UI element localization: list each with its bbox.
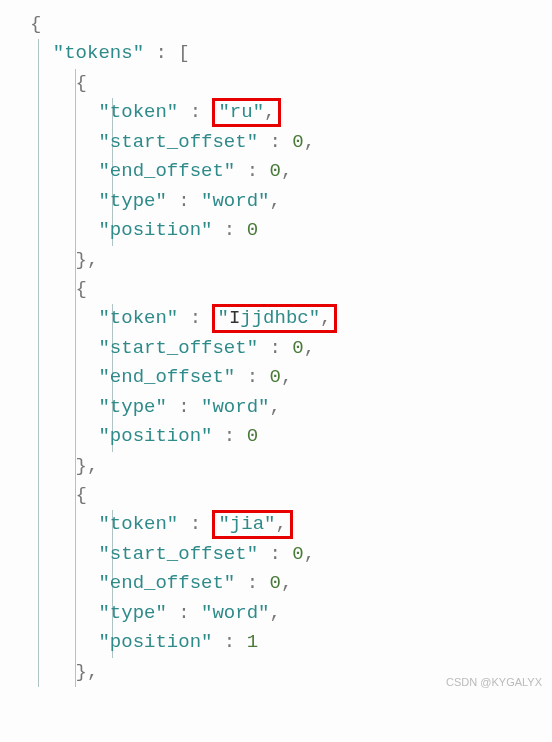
code-line: "start_offset" : 0, xyxy=(30,334,542,363)
json-number: 1 xyxy=(247,631,258,653)
code-line: "token" : "ru", xyxy=(30,98,542,127)
json-key: "position" xyxy=(98,631,212,653)
code-line: }, xyxy=(30,246,542,275)
json-string: "word" xyxy=(201,396,269,418)
json-key: "tokens" xyxy=(53,42,144,64)
json-key: "end_offset" xyxy=(98,160,235,182)
code-line: "position" : 1 xyxy=(30,628,542,657)
brace-open: { xyxy=(76,484,87,506)
code-line: "type" : "word", xyxy=(30,599,542,628)
json-key: "token" xyxy=(98,513,178,535)
json-key: "token" xyxy=(98,307,178,329)
brace-close: }, xyxy=(76,455,99,477)
json-number: 0 xyxy=(269,160,280,182)
json-number: 0 xyxy=(292,337,303,359)
code-line: "end_offset" : 0, xyxy=(30,157,542,186)
json-key: "start_offset" xyxy=(98,337,258,359)
bracket-open: [ xyxy=(178,42,189,64)
brace-open: { xyxy=(30,13,41,35)
token-value: "jia" xyxy=(218,513,275,535)
token-value: "Ijjdhbc" xyxy=(217,307,320,329)
json-string: "word" xyxy=(201,602,269,624)
json-key: "start_offset" xyxy=(98,543,258,565)
code-line: "type" : "word", xyxy=(30,187,542,216)
code-line: "position" : 0 xyxy=(30,216,542,245)
json-key: "end_offset" xyxy=(98,366,235,388)
code-line: { xyxy=(30,275,542,304)
token-value: "ru" xyxy=(218,101,264,123)
text-cursor: I xyxy=(229,307,240,329)
json-key: "position" xyxy=(98,219,212,241)
json-number: 0 xyxy=(292,131,303,153)
json-number: 0 xyxy=(247,219,258,241)
json-key: "type" xyxy=(98,602,166,624)
code-line: "position" : 0 xyxy=(30,422,542,451)
json-key: "type" xyxy=(98,190,166,212)
code-line: "token" : "Ijjdhbc", xyxy=(30,304,542,333)
json-number: 0 xyxy=(292,543,303,565)
code-line: "tokens" : [ xyxy=(30,39,542,68)
json-key: "start_offset" xyxy=(98,131,258,153)
code-line: "token" : "jia", xyxy=(30,510,542,539)
code-line: { xyxy=(30,10,542,39)
json-number: 0 xyxy=(269,366,280,388)
code-line: "type" : "word", xyxy=(30,393,542,422)
highlight-box: "Ijjdhbc", xyxy=(212,304,336,333)
json-key: "position" xyxy=(98,425,212,447)
brace-close: }, xyxy=(76,661,99,683)
json-number: 0 xyxy=(247,425,258,447)
brace-open: { xyxy=(76,72,87,94)
code-line: { xyxy=(30,481,542,510)
json-key: "token" xyxy=(98,101,178,123)
brace-open: { xyxy=(76,278,87,300)
code-block: { "tokens" : [ { "token" : "ru", "start_… xyxy=(30,10,542,687)
json-key: "end_offset" xyxy=(98,572,235,594)
code-line: "start_offset" : 0, xyxy=(30,128,542,157)
brace-close: }, xyxy=(76,249,99,271)
code-line: }, xyxy=(30,452,542,481)
code-line: "end_offset" : 0, xyxy=(30,569,542,598)
code-line: { xyxy=(30,69,542,98)
code-line: "start_offset" : 0, xyxy=(30,540,542,569)
json-number: 0 xyxy=(269,572,280,594)
json-string: "word" xyxy=(201,190,269,212)
json-key: "type" xyxy=(98,396,166,418)
highlight-box: "jia", xyxy=(212,510,292,539)
highlight-box: "ru", xyxy=(212,98,281,127)
watermark: CSDN @KYGALYX xyxy=(446,674,542,691)
code-line: "end_offset" : 0, xyxy=(30,363,542,392)
